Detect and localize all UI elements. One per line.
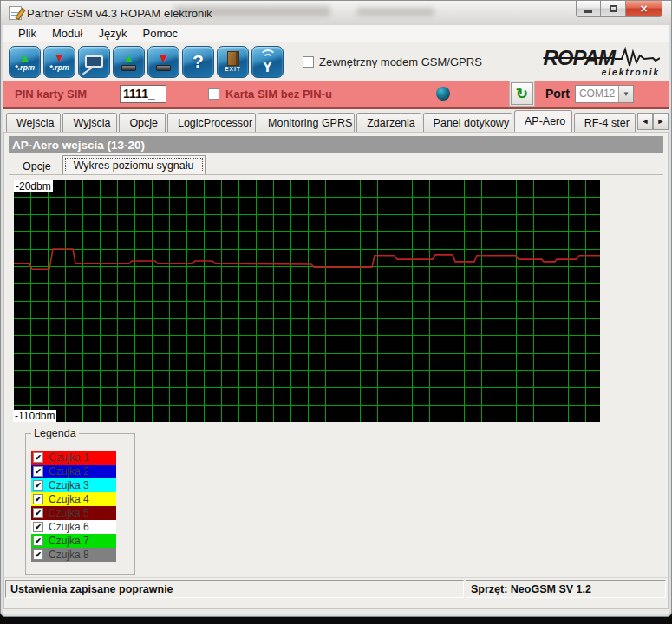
- legend-checkbox[interactable]: ✔: [33, 549, 43, 560]
- open-rpm-button[interactable]: ▲*.rpm: [9, 46, 41, 78]
- pin-label: PIN karty SIM: [15, 88, 87, 101]
- port-label: Port: [545, 87, 570, 101]
- connection-led-indicator: [436, 87, 450, 101]
- logo-brand-text: ROPAM: [543, 49, 615, 68]
- series-czujka-1: [14, 249, 600, 269]
- status-message: Ustawienia zapisane poprawnie: [10, 583, 173, 595]
- menu-bar: PlikModułJęzykPomoc: [3, 25, 669, 42]
- tab-scroll-buttons: ◄ ►: [637, 113, 669, 130]
- legend-checkbox[interactable]: ✔: [33, 536, 43, 546]
- legend-item-label: Czujka 6: [49, 521, 89, 533]
- monitor-plug-icon: [85, 55, 103, 68]
- save-rpm-button[interactable]: ▼*.rpm: [43, 46, 75, 78]
- tab-logicprocessor[interactable]: LogicProcessor: [167, 113, 256, 132]
- legend-item-label: Czujka 8: [49, 549, 89, 561]
- connect-button[interactable]: [78, 46, 110, 78]
- section-header-text: AP-Aero wejscia (13-20): [12, 139, 145, 152]
- y-axis-top-label: -20dbm: [14, 180, 53, 192]
- menu-item-jzyk[interactable]: Język: [90, 27, 134, 40]
- chevron-down-icon[interactable]: ▼: [618, 86, 633, 102]
- close-button[interactable]: ×: [625, 1, 662, 17]
- checkbox-icon: [303, 56, 314, 68]
- sim-no-pin-checkbox[interactable]: Karta SIM bez PIN-u: [208, 88, 332, 101]
- refresh-button-holder: ↻: [509, 81, 535, 107]
- signal-level-chart: -20dbm -110dbm: [14, 180, 600, 422]
- tab-panel-dotykowy[interactable]: Panel dotykowy: [423, 113, 512, 132]
- tab-scroll-right-button[interactable]: ►: [653, 113, 669, 130]
- tab-rf-4-ster[interactable]: RF-4 ster: [574, 113, 636, 132]
- tab-opcje[interactable]: Opcje: [119, 113, 166, 132]
- legend-item: ✔Czujka 1: [31, 451, 116, 465]
- door-exit-icon: [227, 51, 239, 66]
- legend-item-label: Czujka 3: [49, 479, 89, 491]
- legend-checkbox[interactable]: ✔: [33, 452, 43, 463]
- app-icon: [9, 6, 22, 20]
- minimize-icon: [584, 10, 592, 13]
- tab-monitoring-gprs[interactable]: Monitoring GPRS: [258, 113, 355, 132]
- port-select[interactable]: COM12 ▼: [575, 85, 634, 103]
- tab-wej-cia[interactable]: Wejścia: [6, 113, 61, 132]
- rpm-label: *.rpm: [15, 63, 35, 72]
- divider: [9, 174, 663, 175]
- subtab-wykres-poziomu-sygna-u[interactable]: Wykres poziomu sygnału: [62, 155, 206, 175]
- rpm-upload-icon: ▲: [19, 52, 31, 63]
- tab-scroll-left-button[interactable]: ◄: [637, 113, 653, 130]
- minimize-button[interactable]: [576, 1, 601, 17]
- hardware-info-panel: Sprzęt: NeoGSM SV 1.2: [466, 580, 666, 598]
- legend-checkbox[interactable]: ✔: [33, 480, 43, 491]
- write-module-button[interactable]: ▼: [147, 46, 179, 78]
- menu-item-pomoc[interactable]: Pomoc: [135, 27, 186, 40]
- refresh-ports-button[interactable]: ↻: [511, 82, 533, 105]
- tab-zdarzenia[interactable]: Zdarzenia: [356, 113, 421, 132]
- legend-item: ✔Czujka 8: [31, 548, 116, 562]
- background-window-artifact: [356, 8, 434, 16]
- main-tab-strip: WejściaWyjściaOpcjeLogicProcessorMonitor…: [3, 109, 669, 132]
- port-select-value: COM12: [576, 88, 618, 100]
- window-title: Partner GSM v4.3 ROPAM elektronik: [27, 7, 212, 20]
- tab-ap-aero[interactable]: AP-Aero: [514, 110, 572, 132]
- legend-item-label: Czujka 5: [49, 507, 89, 519]
- chip-upload-icon: ▲: [123, 53, 135, 64]
- menu-item-plik[interactable]: Plik: [10, 27, 44, 40]
- external-modem-checkbox[interactable]: Zewnętrzny modem GSM/GPRS: [303, 55, 482, 68]
- signal-line-plot: [14, 180, 600, 422]
- refresh-icon: ↻: [516, 85, 528, 103]
- legend-item-label: Czujka 7: [49, 535, 89, 547]
- legend-item: ✔Czujka 7: [31, 534, 116, 548]
- antenna-button[interactable]: Y: [251, 46, 284, 78]
- legend-item: ✔Czujka 3: [31, 478, 116, 492]
- external-modem-label: Zewnętrzny modem GSM/GPRS: [319, 55, 482, 68]
- ropam-logo: ROPAM elektronik: [543, 47, 660, 77]
- legend-item: ✔Czujka 4: [31, 492, 116, 506]
- subtab-opcje[interactable]: Opcje: [11, 158, 62, 175]
- waveform-icon: [615, 47, 660, 69]
- legend-item: ✔Czujka 6: [31, 520, 116, 534]
- legend-checkbox[interactable]: ✔: [33, 522, 43, 532]
- antenna-wave-icon: [263, 54, 273, 64]
- close-icon: ×: [640, 3, 647, 15]
- sim-no-pin-label: Karta SIM bez PIN-u: [225, 88, 332, 101]
- toolbar: ▲*.rpm▼*.rpm▲▼?EXITY Zewnętrzny modem GS…: [3, 42, 669, 81]
- status-message-panel: Ustawienia zapisane poprawnie: [5, 580, 464, 598]
- arrow-right-icon: ►: [657, 117, 665, 126]
- maximize-button[interactable]: [601, 1, 625, 17]
- antenna-icon: Y: [255, 49, 281, 75]
- status-bar: Ustawienia zapisane poprawnie Sprzęt: Ne…: [4, 577, 668, 598]
- legend-checkbox[interactable]: ✔: [33, 494, 43, 504]
- read-module-button[interactable]: ▲: [113, 46, 145, 78]
- legend-checkbox[interactable]: ✔: [33, 466, 43, 477]
- app-window: Partner GSM v4.3 ROPAM elektronik × Plik…: [0, 0, 672, 617]
- legend-item: ✔Czujka 2: [31, 465, 116, 478]
- exit-button[interactable]: EXIT: [217, 46, 249, 78]
- chip-download-icon: ▼: [158, 53, 170, 64]
- tab-wyj-cia[interactable]: Wyjścia: [62, 113, 117, 132]
- legend-item: ✔Czujka 5: [31, 506, 116, 520]
- title-bar[interactable]: Partner GSM v4.3 ROPAM elektronik ×: [1, 1, 671, 25]
- pin-input[interactable]: [120, 85, 166, 103]
- sub-tab-strip: OpcjeWykres poziomu sygnału: [11, 155, 206, 175]
- legend-checkbox[interactable]: ✔: [33, 508, 43, 518]
- maximize-icon: [610, 5, 617, 12]
- help-button[interactable]: ?: [182, 46, 214, 78]
- legend-groupbox: Legenda ✔Czujka 1✔Czujka 2✔Czujka 3✔Czuj…: [25, 433, 135, 575]
- menu-item-modu[interactable]: Moduł: [44, 27, 90, 40]
